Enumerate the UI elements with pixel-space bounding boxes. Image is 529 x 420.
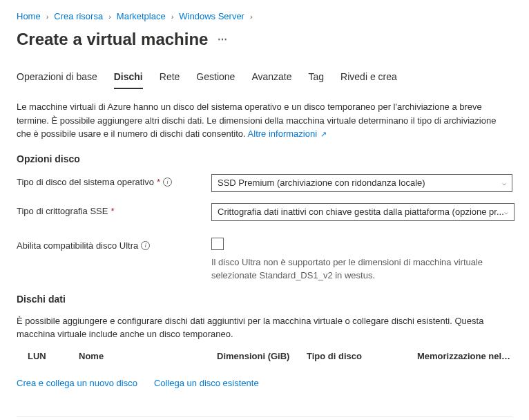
- breadcrumb: Home › Crea risorsa › Marketplace › Wind…: [17, 11, 512, 21]
- tabs: Operazioni di base Dischi Rete Gestione …: [17, 66, 512, 89]
- breadcrumb-crea-risorsa[interactable]: Crea risorsa: [54, 11, 103, 21]
- chevron-right-icon: ›: [250, 12, 253, 21]
- tab-avanzate[interactable]: Avanzate: [251, 66, 291, 89]
- col-memorizzazione: Memorizzazione nella cache de...: [417, 351, 512, 361]
- os-disk-type-label: Tipo di disco del sistema operativo * i: [17, 174, 211, 187]
- info-icon[interactable]: i: [163, 178, 172, 187]
- attach-existing-disk-link[interactable]: Collega un disco esistente: [154, 378, 259, 388]
- data-disks-table-header: LUN Nome Dimensioni (GiB) Tipo di disco …: [17, 345, 512, 367]
- col-tipo-disco: Tipo di disco: [307, 351, 417, 361]
- ultra-disk-hint: Il disco Ultra non è supportato per le d…: [211, 256, 512, 283]
- breadcrumb-windows-server[interactable]: Windows Server: [179, 11, 244, 21]
- section-heading-disk-options: Opzioni disco: [17, 153, 512, 164]
- external-link-icon: ↗: [318, 130, 327, 138]
- ultra-disk-checkbox[interactable]: [211, 238, 224, 250]
- col-nome: Nome: [79, 351, 217, 361]
- os-disk-type-select[interactable]: SSD Premium (archiviazione con ridondanz…: [211, 174, 512, 192]
- chevron-right-icon: ›: [171, 12, 174, 21]
- chevron-right-icon: ›: [108, 12, 111, 21]
- breadcrumb-marketplace[interactable]: Marketplace: [117, 11, 166, 21]
- divider: [17, 416, 512, 417]
- ultra-disk-label: Abilita compatibilità disco Ultra i: [17, 238, 211, 251]
- col-dimensioni: Dimensioni (GiB): [217, 351, 307, 361]
- tab-description: Le macchine virtuali di Azure hanno un d…: [17, 100, 512, 141]
- page-title: Create a virtual machine ⋯: [17, 30, 512, 49]
- create-attach-disk-link[interactable]: Crea e collega un nuovo disco: [17, 378, 137, 388]
- tab-rivedi-e-crea[interactable]: Rivedi e crea: [340, 66, 397, 89]
- chevron-down-icon: ⌵: [504, 208, 508, 216]
- encryption-type-select[interactable]: Crittografia dati inattivi con chiave ge…: [211, 203, 514, 221]
- data-disks-description: È possibile aggiungere e configurare dis…: [17, 314, 512, 341]
- breadcrumb-home[interactable]: Home: [17, 11, 41, 21]
- col-lun: LUN: [17, 351, 79, 361]
- info-icon[interactable]: i: [141, 241, 150, 250]
- tab-operazioni-di-base[interactable]: Operazioni di base: [17, 66, 97, 89]
- tab-gestione[interactable]: Gestione: [196, 66, 235, 89]
- chevron-down-icon: ⌵: [502, 179, 506, 187]
- more-info-link[interactable]: Altre informazioni ↗: [248, 128, 327, 139]
- section-heading-data-disks: Dischi dati: [17, 294, 512, 305]
- tab-rete[interactable]: Rete: [160, 66, 180, 89]
- tab-tag[interactable]: Tag: [309, 66, 325, 89]
- more-actions-icon[interactable]: ⋯: [218, 34, 229, 45]
- encryption-type-label: Tipo di crittografia SSE *: [17, 203, 211, 216]
- tab-dischi[interactable]: Dischi: [114, 66, 143, 89]
- chevron-right-icon: ›: [46, 12, 49, 21]
